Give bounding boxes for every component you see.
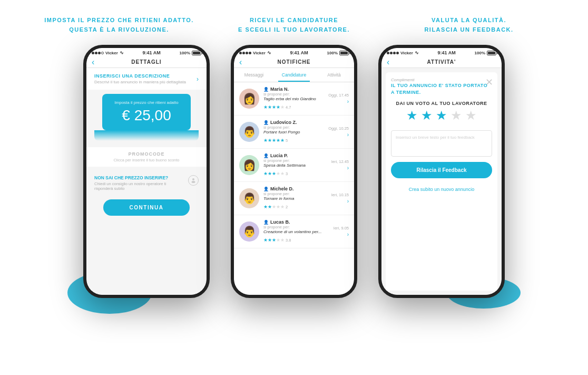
star-empty-3-2: ★ (272, 204, 276, 209)
phone-2-time: 9:41 AM (290, 50, 308, 55)
promo-section[interactable]: PROMOCODE Clicca per inserire il tuo buo… (86, 147, 207, 167)
candidate-time-0: Oggi, 17.45 (328, 93, 349, 98)
wifi-icon-3: ∿ (415, 50, 419, 55)
candidate-chevron-4: › (347, 232, 349, 237)
phone-2-screen: Vicker ∿ 9:41 AM 100% ‹ NOTIFICHE Me (234, 48, 354, 295)
back-button-2[interactable]: ‹ (239, 57, 242, 67)
candidate-stars-4: ★★★★★ 3.8 (263, 234, 329, 244)
tab-attivita[interactable]: Attività (314, 68, 354, 82)
candidate-task-4: Creazione di un volantino per... (263, 229, 329, 234)
candidate-chevron-3: › (347, 198, 349, 204)
activity-card: ✕ Complimenti IL TUO ANNUNCIO E' STATO P… (386, 72, 497, 291)
back-button[interactable]: ‹ (92, 57, 94, 67)
tab-messaggi[interactable]: Messaggi (234, 68, 274, 82)
battery-icon-2 (339, 51, 349, 55)
star-3[interactable]: ★ (436, 108, 447, 123)
star-filled-4-0: ★ (263, 237, 268, 243)
dot-1 (92, 52, 94, 54)
star-1[interactable]: ★ (406, 108, 418, 123)
candidates-list: 👩👤Maria N.si propone per:Taglio erba del… (234, 82, 354, 295)
star-filled-3-0: ★ (263, 204, 268, 209)
headline-3: VALUTA LA QUALITÀ. RILASCIA UN FEEDBACK. (381, 16, 556, 34)
price-wrapper: Imposta il prezzo che ritieni adatto € 2… (86, 94, 207, 130)
stars-rating[interactable]: ★ ★ ★ ★ ★ (391, 108, 492, 123)
svg-point-1 (192, 181, 195, 183)
candidate-stars-3: ★★★★★ 2 (263, 201, 327, 210)
star-2[interactable]: ★ (421, 108, 433, 123)
candidate-name-4: Lucas B. (270, 219, 290, 225)
rating-num-4: 3.8 (285, 238, 291, 243)
candidate-name-3: Michele D. (270, 186, 294, 191)
candidate-task-1: Portare fuori Pongo (263, 130, 324, 134)
star-filled-1-2: ★ (272, 138, 276, 143)
tab-candidature[interactable]: Candidature (274, 68, 314, 82)
phone-2-status-left: Vicker ∿ (239, 50, 271, 55)
complimenti-section: Complimenti IL TUO ANNUNCIO E' STATO POR… (391, 78, 492, 95)
star-5[interactable]: ★ (465, 108, 477, 123)
star-4[interactable]: ★ (450, 108, 462, 123)
candidate-item-2[interactable]: 👩👤Lucia P.si propone per:Spesa della Set… (234, 149, 354, 182)
battery-percent-2: 100% (327, 51, 338, 55)
avatar-emoji-2: 👩 (239, 155, 259, 175)
star-filled-1-4: ★ (280, 138, 285, 143)
avatar-emoji-1: 👨 (239, 122, 259, 142)
phone-3-nav: ‹ ATTIVITA' (381, 56, 502, 68)
candidate-avatar-2: 👩 (239, 155, 259, 175)
star-filled-2-1: ★ (268, 171, 272, 176)
dot2-2 (242, 52, 245, 54)
new-annuncio-link[interactable]: Crea subito un nuovo annuncio (391, 184, 492, 195)
ask-label: NON SAI CHE PREZZO INSERIRE? (94, 175, 185, 180)
price-wave (94, 130, 199, 141)
headline-1-text2: QUESTA È LA RIVOLUZIONE. (32, 25, 207, 35)
candidate-item-1[interactable]: 👨👤Ludovico Z.si propone per:Portare fuor… (234, 116, 354, 149)
phone-1-title: DETTAGLI (131, 59, 161, 65)
headline-3-text: VALUTA LA QUALITÀ. (381, 16, 556, 25)
describe-section[interactable]: INSERISCI UNA DESCRIZIONE Descrivi il tu… (86, 68, 207, 90)
person-icon-1: 👤 (263, 120, 269, 125)
star-filled-0-3: ★ (276, 104, 280, 110)
candidate-chevron-0: › (347, 99, 349, 104)
battery-icon-3 (487, 51, 496, 55)
complimenti-label: Complimenti (391, 78, 492, 82)
avatar-emoji-0: 👩 (239, 89, 259, 109)
candidate-time-3: Ieri, 10.15 (331, 193, 349, 197)
dot3-2 (390, 52, 393, 54)
feedback-placeholder: Inserisci un breve testo per il tuo feed… (396, 135, 475, 140)
phone-1-battery: 100% (180, 51, 201, 55)
star-empty-2-3: ★ (276, 171, 280, 176)
star-filled-2-2: ★ (272, 171, 276, 176)
candidate-avatar-1: 👨 (239, 122, 259, 142)
svg-point-0 (192, 178, 194, 180)
back-button-3[interactable]: ‹ (387, 57, 389, 67)
feedback-button[interactable]: Rilascia il Feedback (391, 162, 492, 178)
candidate-chevron-1: › (347, 132, 349, 138)
candidate-propose-3: si propone per: (263, 191, 327, 196)
continua-button[interactable]: CONTINUA (103, 199, 190, 216)
phone-3-screen: Vicker ∿ 9:41 AM 100% ‹ ATTIVITA' (381, 48, 502, 295)
candidate-item-0[interactable]: 👩👤Maria N.si propone per:Taglio erba del… (234, 82, 354, 116)
dot3-3 (393, 52, 396, 54)
candidate-item-3[interactable]: 👨👤Michele D.si propone per:Tornare in fo… (234, 182, 354, 215)
candidate-avatar-3: 👨 (239, 188, 259, 208)
phone-3-battery: 100% (475, 51, 496, 55)
phone-2-nav: ‹ NOTIFICHE (234, 56, 354, 68)
star-empty-4-4: ★ (280, 237, 285, 243)
ask-section[interactable]: NON SAI CHE PREZZO INSERIRE? Chiedi un c… (86, 171, 207, 195)
rating-num-0: 4.7 (285, 105, 291, 110)
phone-1: Vicker ∿ 9:41 AM 100% ‹ DETTAGLI (83, 45, 210, 298)
candidate-stars-2: ★★★★★ 3 (263, 168, 327, 177)
close-button[interactable]: ✕ (485, 76, 493, 88)
wifi-icon-2: ∿ (267, 50, 271, 55)
candidate-propose-2: si propone per: (263, 158, 327, 163)
candidate-item-4[interactable]: 👨👤Lucas B.si propone per:Creazione di un… (234, 215, 354, 248)
dot-2 (95, 52, 97, 54)
feedback-input[interactable]: Inserisci un breve testo per il tuo feed… (391, 130, 492, 157)
person-circle-icon (188, 175, 199, 186)
carrier-3: Vicker (400, 51, 413, 55)
person-icon-3: 👤 (263, 187, 269, 191)
star-empty-4-3: ★ (276, 237, 280, 243)
avatar-emoji-3: 👨 (239, 188, 259, 208)
dot3-1 (387, 52, 389, 54)
promo-label: PROMOCODE (94, 151, 199, 157)
rate-label: DAI UN VOTO AL TUO LAVORATORE (391, 101, 492, 106)
